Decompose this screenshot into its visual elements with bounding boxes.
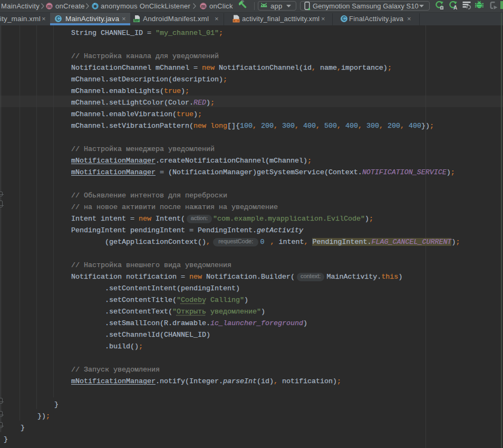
svg-text:m: m — [201, 4, 205, 9]
svg-text:C: C — [342, 16, 346, 22]
svg-text:C: C — [56, 16, 60, 22]
svg-text:m: m — [47, 4, 51, 9]
svg-text:A: A — [453, 5, 457, 10]
svg-text:MF: MF — [134, 18, 139, 22]
